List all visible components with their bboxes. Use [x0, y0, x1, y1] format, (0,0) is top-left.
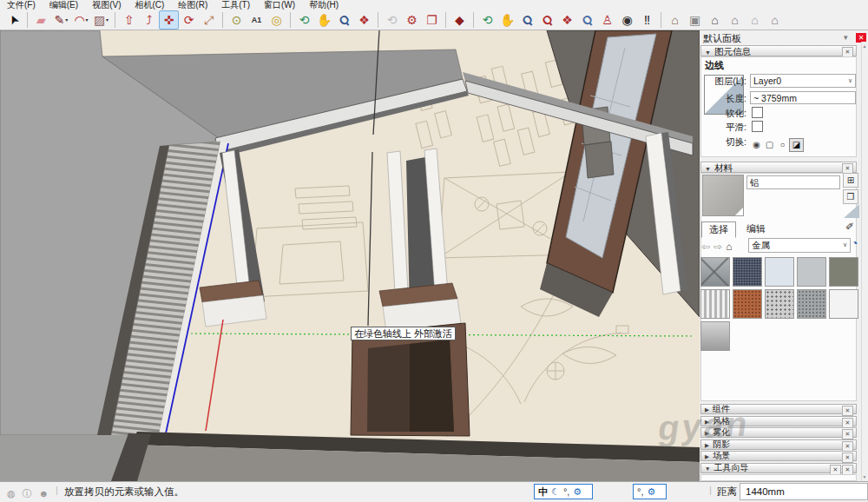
- menu-item-2[interactable]: 视图(V): [85, 0, 128, 10]
- material-name-input[interactable]: 铝: [746, 175, 840, 189]
- ime-punctuation-icon[interactable]: °,: [563, 486, 569, 497]
- line-tool[interactable]: ✎▾: [51, 10, 71, 30]
- ime-moon-icon[interactable]: ☾: [551, 486, 560, 498]
- panel-minimize-icon[interactable]: ✕: [830, 465, 841, 475]
- panel-close-icon[interactable]: ✕: [842, 441, 853, 452]
- tray-panel-2[interactable]: ▶风格✕: [700, 416, 857, 426]
- home-icon[interactable]: ⌂: [726, 241, 732, 253]
- tray-panel-3[interactable]: ▶雾化✕: [700, 427, 857, 438]
- camera-disabled-icon[interactable]: ⟲: [382, 10, 402, 30]
- menu-item-1[interactable]: 编辑(E): [43, 0, 85, 10]
- measurement-value-box[interactable]: 1440mm: [740, 483, 868, 500]
- credits-icon[interactable]: ⓘ: [23, 488, 32, 499]
- menu-bar: 文件(F)编辑(E)视图(V)相机(C)绘图(R)工具(T)窗口(W)帮助(H): [0, 0, 868, 10]
- rectangle-tool[interactable]: ▨▾: [91, 10, 111, 30]
- pin-icon[interactable]: ▾: [844, 33, 848, 42]
- tray-scrollbar[interactable]: [861, 42, 868, 481]
- swatch-metal-light-gray[interactable]: [797, 257, 826, 287]
- tray-panel-1[interactable]: ▶组件✕: [700, 404, 857, 414]
- swatch-metal-olive[interactable]: [829, 257, 858, 287]
- tape-measure-tool[interactable]: ⊙: [227, 10, 247, 30]
- receive-shadows-icon[interactable]: ○: [776, 139, 789, 151]
- swatch-gradient-gray[interactable]: [700, 321, 730, 351]
- soften-checkbox[interactable]: [752, 107, 763, 118]
- scroll-down-icon[interactable]: ▼: [861, 474, 868, 479]
- look-around-tool[interactable]: ◉: [617, 10, 637, 30]
- layer-dropdown[interactable]: Layer0∨: [750, 74, 856, 88]
- swatch-diamond-plate[interactable]: [765, 289, 794, 319]
- panel-close-icon[interactable]: ✕: [842, 465, 853, 475]
- menu-item-0[interactable]: 文件(F): [0, 0, 43, 10]
- swatch-speckled-gray[interactable]: [797, 289, 826, 319]
- eraser-tool[interactable]: ▰: [31, 10, 51, 30]
- eyedropper-icon[interactable]: ✐: [845, 221, 854, 233]
- swatch-metal-light-blue[interactable]: [765, 257, 794, 287]
- scale-tool[interactable]: ⤢: [199, 10, 219, 30]
- in-model-icon[interactable]: ❒: [843, 189, 858, 204]
- right-view[interactable]: ⌂: [725, 10, 745, 30]
- geo-location-icon[interactable]: ◍: [7, 488, 16, 499]
- panel-close-icon[interactable]: ✕: [842, 418, 853, 428]
- panel-close-icon[interactable]: ✕: [842, 452, 853, 463]
- walk-tool[interactable]: ‼: [637, 10, 657, 30]
- select-tool[interactable]: ➤: [1, 7, 27, 33]
- panel-label: 阴影: [713, 439, 730, 449]
- orbit-tool-2[interactable]: ⟲: [477, 10, 497, 30]
- move-tool[interactable]: ✜: [159, 10, 179, 30]
- tab-select[interactable]: 选择: [701, 221, 736, 238]
- tray-panel-6[interactable]: ▼工具向导✕✕: [700, 463, 857, 473]
- swatch-brushed-metal-vertical[interactable]: [700, 289, 730, 319]
- sign-in-icon[interactable]: ☻: [39, 488, 49, 499]
- ime-toolbar[interactable]: 中☾°,⚙: [534, 484, 593, 499]
- offset-tool[interactable]: ◎: [266, 10, 286, 30]
- menu-item-5[interactable]: 工具(T): [214, 0, 257, 10]
- swatch-metal-white[interactable]: [829, 289, 858, 319]
- select-toggle-icon[interactable]: ▢: [763, 139, 776, 151]
- ime2-punctuation-icon[interactable]: °,: [637, 486, 643, 497]
- cast-shadows-icon[interactable]: ◪: [789, 138, 804, 152]
- rotate-tool[interactable]: ⟳: [179, 10, 199, 30]
- iso-view[interactable]: ⌂: [665, 10, 685, 30]
- front-view[interactable]: ⌂: [705, 10, 725, 30]
- pushpull-tool[interactable]: ⇧: [119, 10, 139, 30]
- back-view[interactable]: ⌂: [745, 10, 765, 30]
- panel-label: 风格: [713, 416, 730, 426]
- back-icon[interactable]: ⇦: [701, 241, 710, 253]
- length-field[interactable]: ~ 3759mm: [750, 91, 856, 104]
- panel-close-icon[interactable]: ✕: [842, 406, 853, 416]
- materials-header[interactable]: ▼材料 ✕: [700, 162, 857, 173]
- entity-info-header[interactable]: ▼图元信息 ✕: [700, 45, 857, 56]
- swatch-metal-mesh-blue[interactable]: [733, 257, 762, 287]
- category-dropdown[interactable]: 金属∨: [748, 238, 851, 253]
- interact-tool[interactable]: ⚙: [402, 10, 422, 30]
- ime2-settings-icon[interactable]: ⚙: [647, 486, 655, 498]
- orbit-tool[interactable]: ⟲: [294, 10, 314, 30]
- menu-item-7[interactable]: 帮助(H): [302, 0, 345, 10]
- create-material-icon[interactable]: ⊞: [843, 173, 858, 188]
- ime-toolbar-2[interactable]: °,⚙: [633, 484, 667, 499]
- menu-item-3[interactable]: 相机(C): [128, 0, 171, 10]
- swatch-copper-rough[interactable]: [733, 289, 762, 319]
- export-icon[interactable]: ❐: [422, 10, 442, 30]
- ime-language-indicator[interactable]: 中: [538, 485, 548, 499]
- details-icon[interactable]: ◔: [852, 237, 858, 249]
- arc-tool[interactable]: ◠▾: [71, 10, 91, 30]
- smooth-checkbox[interactable]: [752, 121, 763, 132]
- ime-settings-icon[interactable]: ⚙: [573, 486, 582, 498]
- model-viewport[interactable]: [0, 30, 700, 481]
- menu-item-4[interactable]: 绘图(R): [171, 0, 214, 10]
- scroll-up-icon[interactable]: ▲: [861, 43, 868, 49]
- swatch-aluminum-checker[interactable]: [700, 257, 730, 287]
- top-view[interactable]: ▣: [685, 10, 705, 30]
- menu-item-6[interactable]: 窗口(W): [257, 0, 302, 10]
- forward-icon[interactable]: ⇨: [713, 241, 722, 253]
- warehouse-icon[interactable]: ◆: [450, 10, 470, 30]
- panel-close-icon[interactable]: ✕: [842, 429, 853, 439]
- left-view[interactable]: ⌂: [765, 10, 785, 30]
- visible-eye-icon[interactable]: ◉: [750, 139, 763, 151]
- tab-edit[interactable]: 编辑: [740, 221, 773, 236]
- tray-panel-4[interactable]: ▶阴影✕: [700, 439, 857, 450]
- followme-tool[interactable]: ⤴: [139, 10, 159, 30]
- tray-panel-5[interactable]: ▶场景✕: [700, 451, 857, 461]
- text-tool[interactable]: A1: [247, 10, 266, 30]
